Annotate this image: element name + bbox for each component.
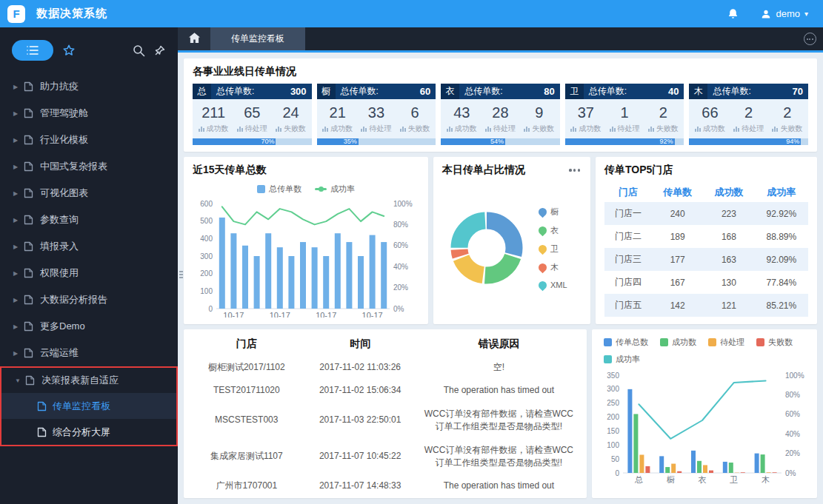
kpi-card: 总总传单数:300211成功数65待处理24失败数70%	[193, 84, 312, 145]
kpi-metric-value: 6	[396, 104, 434, 121]
svg-text:100%: 100%	[785, 372, 804, 380]
byline-chart-panel: 传单总数成功数待处理失败数成功率 0501001502002503003500%…	[592, 329, 817, 498]
legend-item[interactable]: 成功数	[660, 337, 696, 348]
svg-text:400: 400	[200, 235, 213, 243]
table-row: 广州市17070012017-11-07 14:48:33The operati…	[193, 474, 578, 497]
menu-toggle-button[interactable]	[12, 40, 53, 61]
svg-text:10-17: 10-17	[316, 311, 336, 317]
sidebar-group-toggle[interactable]: ▼决策报表新自适应	[1, 368, 176, 393]
table-row: 集成家居测试11072017-11-07 10:45:22WCC订单没有部件数据…	[193, 439, 578, 475]
document-icon	[37, 427, 47, 437]
sidebar-item-label: 助力抗疫	[40, 80, 79, 93]
kpi-metric-value: 24	[271, 104, 310, 121]
sidebar-item[interactable]: ▶助力抗疫	[0, 73, 178, 100]
kpi-progress-rate: 54%	[490, 138, 504, 145]
top5-header-cell: 成功数	[703, 182, 754, 202]
sidebar-item[interactable]: ▶权限使用	[0, 260, 178, 286]
kpi-metric: 43成功数	[442, 104, 481, 134]
folder-icon	[24, 215, 33, 225]
sidebar-item[interactable]: ▶行业化模板	[0, 127, 178, 153]
kpi-card-header: 木总传单数:70	[689, 84, 808, 99]
legend-item[interactable]: 成功率	[604, 354, 640, 365]
kpi-total-value: 60	[420, 86, 430, 97]
table-row: MSCSTEST0032017-11-03 22:50:01WCC订单没有部件数…	[193, 403, 578, 439]
mini-bars-icon	[447, 126, 453, 132]
more-menu-icon[interactable]	[567, 165, 582, 175]
legend-item[interactable]: 总传单数	[257, 184, 301, 195]
kpi-metric-value: 2	[644, 104, 682, 121]
legend-item[interactable]: 待处理	[708, 337, 744, 348]
sidebar-group-selected: ▼决策报表新自适应传单监控看板综合分析大屏	[0, 366, 178, 446]
kpi-card-body: 43成功数28待处理9失败数	[441, 99, 560, 138]
legend-item[interactable]: XML	[539, 280, 567, 289]
home-tab[interactable]	[178, 27, 210, 50]
svg-text:150: 150	[607, 427, 619, 435]
sidebar-item[interactable]: ▶云端运维	[0, 340, 178, 366]
top5-header-cell: 传单数	[652, 182, 703, 202]
caret-down-icon: ▼	[15, 377, 25, 384]
top5-header-cell: 门店	[604, 182, 652, 202]
kpi-progress-rate: 35%	[344, 138, 357, 145]
kpi-total-value: 70	[793, 86, 803, 97]
kpi-progress-fill: 70%	[193, 138, 276, 145]
kpi-progress-rate: 92%	[660, 138, 673, 145]
svg-text:40%: 40%	[393, 263, 408, 271]
sidebar-item[interactable]: ▶参数查询	[0, 206, 178, 233]
kpi-metric-value: 28	[481, 104, 519, 121]
user-menu[interactable]: demo ▾	[761, 8, 808, 19]
sidebar-item[interactable]: ▶填报录入	[0, 233, 178, 260]
sidebar-item[interactable]: ▶可视化图表	[0, 180, 178, 206]
pin-icon[interactable]	[154, 44, 166, 56]
sidebar-item[interactable]: ▶更多Demo	[0, 313, 178, 340]
error-table-panel: 门店时间错误原因橱柜测试2017/11022017-11-02 11:03:26…	[184, 329, 587, 498]
kpi-metric-value: 211	[194, 104, 233, 121]
mini-bars-icon	[570, 126, 576, 132]
notification-bell-icon[interactable]	[727, 8, 739, 20]
sidebar-subitem[interactable]: 综合分析大屏	[1, 419, 176, 445]
sidebar-item[interactable]: ▶中国式复杂报表	[0, 153, 178, 180]
tab-active[interactable]: 传单监控看板	[210, 27, 305, 50]
sidebar-controls	[0, 27, 178, 73]
error-table-header-cell: 门店	[193, 332, 301, 356]
legend-item[interactable]: 失败数	[756, 337, 793, 348]
sidebar-subitem[interactable]: 传单监控看板	[1, 393, 176, 419]
caret-right-icon: ▶	[13, 110, 24, 117]
main-area: 传单监控看板 各事业业线日传单情况 总总传单数:300211成功数65待处理24…	[178, 27, 823, 504]
svg-text:600: 600	[200, 200, 213, 208]
legend-item[interactable]: 成功率	[315, 184, 355, 195]
kpi-total-value: 80	[544, 86, 554, 97]
svg-text:350: 350	[607, 372, 619, 380]
sidebar-resize-handle[interactable]	[179, 261, 184, 288]
sidebar-subitem-label: 综合分析大屏	[53, 426, 110, 439]
folder-icon	[24, 241, 33, 252]
kpi-metric: 21成功数	[319, 104, 357, 134]
kpi-metric-label: 成功数	[567, 124, 605, 134]
legend-item[interactable]: 橱	[539, 206, 559, 218]
kpi-total-value: 40	[668, 86, 679, 97]
kpi-metric-value: 37	[567, 104, 605, 121]
kpi-metric: 65待处理	[233, 104, 271, 134]
kpi-card-header: 总总传单数:300	[193, 84, 312, 99]
legend-item[interactable]: 传单总数	[604, 337, 648, 348]
kpi-card-body: 21成功数33待处理6失败数	[317, 99, 436, 138]
sidebar-item-label: 行业化模板	[40, 133, 88, 147]
favorites-star-icon[interactable]	[62, 44, 76, 57]
sidebar-item[interactable]: ▶大数据分析报告	[0, 286, 178, 313]
tab-options-icon[interactable]	[796, 27, 823, 50]
app-root: 数据决策系统 demo ▾	[0, 0, 823, 504]
kpi-panel: 各事业业线日传单情况 总总传单数:300211成功数65待处理24失败数70%橱…	[184, 58, 817, 152]
kpi-progress-bar: 54%	[441, 138, 560, 145]
legend-item[interactable]: 卫	[539, 243, 559, 255]
home-icon	[189, 33, 200, 46]
topbar-actions: demo ▾	[727, 8, 808, 20]
folder-icon	[24, 81, 33, 92]
donut-chart-panel: 本日传单占比情况 橱衣卫木XML	[433, 157, 590, 324]
search-icon[interactable]	[133, 44, 145, 57]
sidebar-item[interactable]: ▶管理驾驶舱	[0, 100, 178, 127]
svg-text:60%: 60%	[785, 410, 800, 418]
legend-item[interactable]: 衣	[539, 225, 559, 236]
table-row: 橱柜测试2017/11022017-11-02 11:03:26空!	[193, 356, 578, 379]
table-row: 门店五14212185.21%	[604, 294, 808, 317]
kpi-metric-value: 21	[319, 104, 357, 121]
legend-item[interactable]: 木	[539, 262, 559, 273]
